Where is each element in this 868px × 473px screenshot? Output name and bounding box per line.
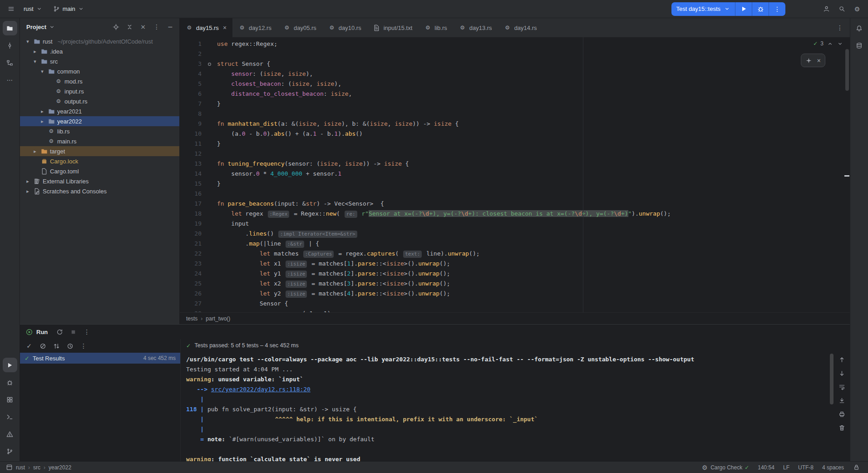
- project-selector[interactable]: rust: [20, 4, 47, 15]
- chevron-right-icon[interactable]: ▸: [25, 188, 31, 194]
- file-encoding[interactable]: UTF-8: [795, 464, 816, 471]
- tab-day05.rs[interactable]: ⚙day05.rs: [277, 18, 322, 37]
- tab-day15.rs[interactable]: ⚙day15.rs×: [180, 18, 232, 37]
- tree-item-.idea[interactable]: ▸.idea: [20, 46, 179, 56]
- editor-scrollbar[interactable]: [845, 49, 849, 91]
- show-ignored-button[interactable]: [36, 340, 49, 352]
- tab-day14.rs[interactable]: ⚙day14.rs: [498, 18, 543, 37]
- chevron-down-icon[interactable]: ▾: [39, 69, 45, 74]
- chevron-down-icon[interactable]: [48, 23, 55, 30]
- file-link[interactable]: src/year2022/day12.rs:118:20: [211, 386, 311, 393]
- statusbar-breadcrumb[interactable]: year2022: [49, 464, 71, 471]
- inspection-widget[interactable]: ✓ 3: [813, 40, 843, 47]
- tab-input/15.txt[interactable]: input/15.txt: [367, 18, 419, 37]
- close-icon[interactable]: ×: [817, 57, 821, 64]
- tree-item-rust[interactable]: ▾rust~/projects/github/AdventOfCode/rust: [20, 36, 179, 46]
- search-everywhere-button[interactable]: [835, 3, 848, 15]
- chevron-down-icon[interactable]: ▾: [32, 59, 38, 64]
- more-tool-windows-button[interactable]: ⋯: [3, 73, 17, 87]
- tree-item-year2021[interactable]: ▸year2021: [20, 106, 179, 116]
- version-control-button[interactable]: [3, 444, 17, 458]
- test-options-button[interactable]: ⋮: [77, 340, 90, 352]
- run-options-button[interactable]: ⋮: [80, 325, 93, 338]
- rerun-button[interactable]: [53, 325, 66, 338]
- next-message-button[interactable]: [836, 367, 848, 379]
- code-editor[interactable]: 1use regex::Regex;23struct Sensor {4 sen…: [180, 37, 850, 312]
- tab-day10.rs[interactable]: ⚙day10.rs: [322, 18, 367, 37]
- run-more-button[interactable]: ⋮: [769, 2, 785, 16]
- chevron-right-icon[interactable]: ▸: [39, 118, 45, 124]
- close-tab-icon[interactable]: ×: [223, 24, 227, 31]
- notifications-button[interactable]: [852, 21, 867, 35]
- prev-message-button[interactable]: [836, 354, 848, 365]
- ai-assistant-popup[interactable]: ×: [801, 54, 825, 67]
- vcs-branch-selector[interactable]: main: [49, 4, 89, 15]
- tab-day12.rs[interactable]: ⚙day12.rs: [232, 18, 277, 37]
- tab-day13.rs[interactable]: ⚙day13.rs: [453, 18, 498, 37]
- stop-button[interactable]: [67, 325, 79, 338]
- tab-lib.rs[interactable]: ⚙lib.rs: [418, 18, 453, 37]
- chevron-down-icon[interactable]: ▾: [25, 39, 31, 44]
- terminal-button[interactable]: [3, 409, 17, 424]
- scroll-to-end-button[interactable]: [836, 394, 848, 406]
- indent-size[interactable]: 4 spaces: [819, 464, 847, 471]
- console-output[interactable]: /usr/bin/cargo test --color=always --pac…: [181, 352, 850, 461]
- services-button[interactable]: [3, 392, 17, 407]
- close-panel-button[interactable]: ×: [137, 20, 149, 33]
- tree-item-Cargo.lock[interactable]: Cargo.lock: [20, 156, 179, 166]
- chevron-right-icon[interactable]: ▸: [32, 49, 38, 54]
- tree-item-src[interactable]: ▾src: [20, 56, 179, 66]
- readonly-toggle[interactable]: [850, 464, 863, 471]
- chevron-right-icon[interactable]: ▸: [32, 148, 38, 154]
- settings-button[interactable]: ⚙: [851, 3, 863, 15]
- main-menu-button[interactable]: [5, 3, 17, 15]
- tree-item-External Libraries[interactable]: ▸External Libraries: [20, 176, 179, 186]
- statusbar-breadcrumb[interactable]: rust: [16, 464, 25, 471]
- struct-marker-icon[interactable]: [202, 59, 217, 69]
- test-results-item[interactable]: ✓ Test Results 4 sec 452 ms: [20, 353, 180, 364]
- chevron-right-icon[interactable]: ▸: [39, 108, 45, 114]
- tree-item-main.rs[interactable]: ⚙main.rs: [20, 136, 179, 146]
- tab-options-button[interactable]: ⋮: [833, 21, 846, 34]
- tree-item-Scratches and Consoles[interactable]: ▸Scratches and Consoles: [20, 186, 179, 196]
- chevron-right-icon[interactable]: ▸: [25, 178, 31, 184]
- tree-item-input.rs[interactable]: ⚙input.rs: [20, 86, 179, 96]
- tree-item-target[interactable]: ▸target: [20, 146, 179, 156]
- tree-item-mod.rs[interactable]: ⚙mod.rs: [20, 76, 179, 86]
- chevron-down-icon[interactable]: [836, 40, 843, 47]
- hide-panel-button[interactable]: −: [164, 20, 177, 33]
- soft-wrap-button[interactable]: [836, 381, 848, 393]
- debug-button[interactable]: [3, 375, 17, 389]
- structure-button[interactable]: [3, 55, 17, 70]
- commit-button[interactable]: [3, 38, 17, 53]
- cargo-check-widget[interactable]: ⚙ Cargo Check ✓: [698, 464, 752, 471]
- console-scrollbar[interactable]: [830, 354, 833, 404]
- clear-all-button[interactable]: [836, 422, 848, 434]
- show-passed-button[interactable]: ✓: [23, 340, 35, 352]
- print-button[interactable]: [836, 408, 848, 420]
- tree-item-output.rs[interactable]: ⚙output.rs: [20, 96, 179, 106]
- caret-position[interactable]: 140:54: [755, 464, 777, 471]
- run-button[interactable]: [735, 2, 752, 16]
- tree-item-year2022[interactable]: ▸year2022: [20, 116, 179, 126]
- line-separator[interactable]: LF: [780, 464, 792, 471]
- sort-alphabetically-button[interactable]: [50, 340, 63, 352]
- select-opened-file-button[interactable]: [109, 20, 122, 33]
- account-button[interactable]: [820, 3, 833, 15]
- chevron-up-icon[interactable]: [826, 40, 833, 47]
- breadcrumb-item[interactable]: part_two(): [206, 315, 230, 322]
- statusbar-breadcrumb[interactable]: src: [33, 464, 40, 471]
- collapse-all-button[interactable]: [123, 20, 136, 33]
- debug-button[interactable]: [752, 2, 769, 16]
- tree-item-common[interactable]: ▾common: [20, 66, 179, 76]
- panel-options-button[interactable]: ⋮: [150, 20, 163, 33]
- project-panel-title[interactable]: Project: [26, 24, 46, 30]
- database-button[interactable]: [852, 38, 867, 53]
- tree-item-lib.rs[interactable]: ⚙lib.rs: [20, 126, 179, 136]
- problems-button[interactable]: [3, 427, 17, 441]
- tree-item-Cargo.toml[interactable]: Cargo.toml: [20, 166, 179, 176]
- run-config-selector[interactable]: Test day15::tests: [671, 2, 735, 16]
- project-button[interactable]: [3, 21, 17, 35]
- sort-by-duration-button[interactable]: [64, 340, 76, 352]
- breadcrumb-item[interactable]: tests: [186, 315, 197, 322]
